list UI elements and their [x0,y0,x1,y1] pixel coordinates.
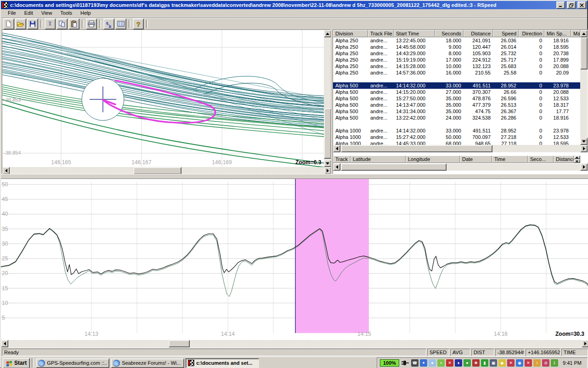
table-row[interactable]: Alpha 250andre...14:57:36.00016.000210.5… [333,69,580,76]
column-header-track-file[interactable]: Track File [368,30,394,37]
speed-chart-panel[interactable]: 5045403530252015105 14:1314:1414:1514:16… [1,178,588,340]
save-icon[interactable] [27,18,38,29]
table-scroll-left-button[interactable] [333,145,340,152]
sort-ab-icon[interactable]: ab [103,18,114,29]
table-row[interactable]: Alpha 250andre...13:22:45.00018.000241.0… [333,37,580,44]
chart-hscroll-thumb[interactable] [169,340,190,347]
table-row[interactable]: Alpha 500andre...15:27:50.00035.000478.8… [333,95,580,102]
map-scroll-up-button[interactable] [324,30,331,37]
point-table-scroll-left-button[interactable] [333,163,340,171]
table-row[interactable]: Alpha 250andre...14:45:58.0009.000120.44… [333,44,580,50]
table-row[interactable]: Alpha 250andre...15:19:19.00017.000224.9… [333,57,580,63]
column-header-direction[interactable]: Direction [519,30,544,37]
network-error-icon[interactable]: ✕ [507,359,514,367]
updates-icon[interactable]: ⇩ [551,359,558,367]
table-row[interactable]: Alpha 500andre...14:31:34.00035.000474.7… [333,108,580,115]
new-document-icon[interactable] [3,18,14,29]
device-error-icon[interactable]: ✕ [525,359,532,367]
close-button[interactable] [577,1,586,9]
table-horizontal-scrollbar[interactable] [333,145,588,152]
bluetooth-icon[interactable]: ♦ [455,359,462,367]
start-button[interactable]: Start [2,358,30,368]
point-column-header-latitude[interactable]: Latitude [351,155,406,163]
table-row[interactable]: Alpha 1000andre...14:14:32.00033.000491.… [333,127,580,134]
map-horizontal-scrollbar[interactable] [2,167,331,174]
column-header-min-sp-[interactable]: Min Sp... [544,30,571,37]
menu-edit[interactable]: Edit [20,9,37,17]
map-vertical-scrollbar[interactable] [324,30,331,167]
taskbar-button[interactable]: GPS-Speedsurfing.com ::... [36,358,109,368]
map-vscroll-thumb[interactable] [324,108,331,159]
battery-indicator[interactable]: 100% [380,359,399,367]
open-folder-icon[interactable] [15,18,26,29]
cut-icon[interactable]: ✂ [45,18,56,29]
taskbar-button[interactable]: c:\documents and set... [186,358,259,368]
spinner-down-button[interactable] [574,159,580,163]
table-hscroll-thumb[interactable] [341,145,492,152]
table-row[interactable]: Alpha 250andre...14:43:29.0008.000105.90… [333,50,580,57]
grid-table-icon[interactable] [115,18,126,29]
table-row[interactable]: Alpha 250andre...14:15:28.00010.000132.1… [333,63,580,69]
point-column-header-distance[interactable]: Distance [554,155,574,163]
paste-icon[interactable] [68,18,79,29]
help-icon[interactable]: ? [133,18,144,29]
network-monitor-icon[interactable]: ▣ [490,359,497,367]
column-header-ma[interactable]: Ma [571,30,580,37]
map-hscroll-thumb[interactable] [133,167,181,174]
table-row[interactable]: Alpha 500andre...14:15:20.00027.000370.3… [333,89,580,95]
chart-horizontal-scrollbar[interactable] [1,340,588,347]
column-header-division[interactable]: Division [333,30,368,37]
point-column-header-longitude[interactable]: Longitude [406,155,460,163]
map-panel[interactable]: -38.853 -38.854 146.165146.167146.169 Zo… [2,29,331,174]
track-table-body[interactable]: Alpha 250andre...13:22:45.00018.000241.0… [333,37,580,145]
gps-track-map[interactable] [2,30,324,167]
point-table-scroll-right-button[interactable] [580,163,588,171]
table-vertical-scrollbar[interactable] [580,30,588,145]
point-column-header-date[interactable]: Date [460,155,492,163]
map-scroll-right-button[interactable] [324,167,331,174]
column-header-distance[interactable]: Distance [464,30,493,37]
column-header-seconds[interactable]: Seconds [435,30,464,37]
table-row[interactable]: Alpha 1000andre...15:27:42.00050.000700.… [333,134,580,140]
map-scroll-down-button[interactable] [324,160,331,167]
print-icon[interactable] [86,18,97,29]
point-table-hscroll-thumb[interactable] [341,163,447,171]
antivirus-icon[interactable]: ● [464,359,471,367]
gears-icon[interactable]: ❖ [472,359,480,367]
table-scroll-up-button[interactable] [580,30,588,37]
menu-help[interactable]: Help [76,9,95,17]
copy-icon[interactable] [57,18,68,29]
restore-button[interactable] [567,1,576,9]
menu-tools[interactable]: Tools [56,9,76,17]
table-row[interactable]: Alpha 500andre...14:14:32.00033.000491.5… [333,82,580,89]
alert-icon[interactable]: ! [533,359,541,367]
table-row[interactable]: Alpha 1000andre...14:45:33.00068.000948.… [333,140,580,145]
security-key-icon[interactable]: ◆ [498,359,506,367]
phone-icon[interactable]: ☎ [411,359,418,367]
chart-scroll-left-button[interactable] [1,340,8,347]
point-table-horizontal-scrollbar[interactable] [333,163,588,171]
menu-view[interactable]: View [37,9,57,17]
table-row[interactable]: Alpha 500andre...14:13:47.00035.000477.3… [333,102,580,108]
map-scroll-left-button[interactable] [2,167,10,174]
no-connection-icon[interactable]: ✕ [446,359,453,367]
messenger-icon[interactable]: ◗ [437,359,445,367]
chart-scroll-right-button[interactable] [582,340,588,347]
wireless-icon[interactable]: ◉ [516,359,523,367]
table-row[interactable]: Alpha 500andre...13:22:42.00024.000324.5… [333,115,580,121]
magnifier-icon[interactable]: ● [429,359,436,367]
speed-chart[interactable] [1,179,588,340]
signal-bars-icon[interactable]: ▮ [481,359,488,367]
point-table-spinner[interactable] [574,155,580,163]
point-column-header-track[interactable]: Track [333,155,351,163]
minimize-button[interactable] [556,1,565,9]
display-settings-icon[interactable]: ✦ [420,359,427,367]
menu-file[interactable]: File [4,9,20,17]
spinner-up-button[interactable] [574,155,580,159]
column-header-speed[interactable]: Speed [493,30,519,37]
table-scroll-down-button[interactable] [580,138,588,145]
taskbar-button[interactable]: Seabreeze Forums! - Wi... [111,358,184,368]
point-column-header-seco-[interactable]: Seco... [528,155,554,163]
table-vscroll-thumb[interactable] [580,37,588,69]
point-column-header-time[interactable]: Time [492,155,528,163]
